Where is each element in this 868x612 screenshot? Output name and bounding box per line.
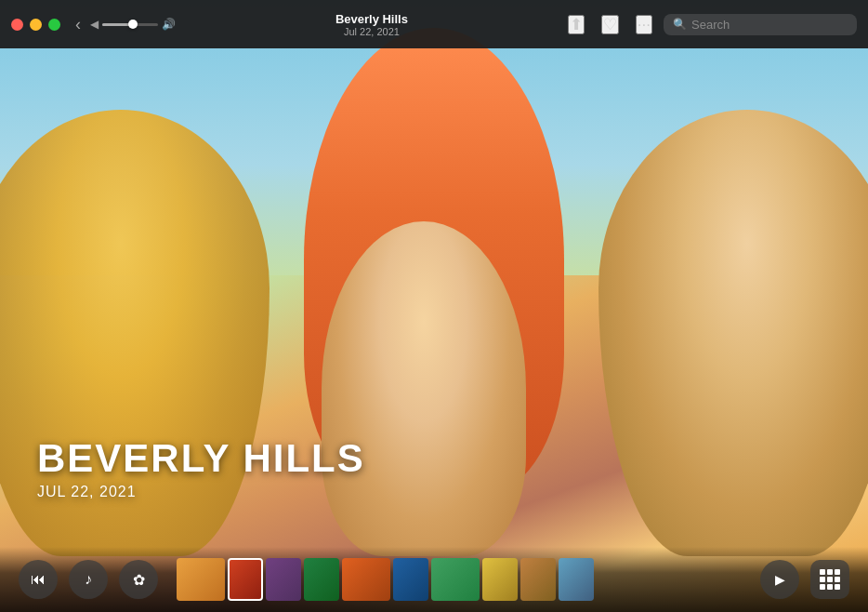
thumbnail-5[interactable] xyxy=(342,558,390,601)
thumbnails-strip xyxy=(177,555,742,604)
controls-bar: ⏮ ♪ ✿ ▶ xyxy=(0,547,868,612)
minimize-button[interactable] xyxy=(30,19,42,31)
thumbnail-3[interactable] xyxy=(266,558,301,601)
theme-icon: ✿ xyxy=(133,571,145,589)
thumbnail-1[interactable] xyxy=(177,558,225,601)
maximize-button[interactable] xyxy=(48,19,60,31)
thumbnail-8[interactable] xyxy=(482,558,518,601)
close-button[interactable] xyxy=(11,19,23,31)
music-button[interactable]: ♪ xyxy=(69,560,108,599)
favorite-button[interactable]: ♡ xyxy=(601,15,619,34)
overlay-date: JUL 22, 2021 xyxy=(37,484,365,500)
more-button[interactable]: ··· xyxy=(636,15,652,34)
window-title: Beverly Hills xyxy=(335,12,408,26)
titlebar-center: Beverly Hills Jul 22, 2021 xyxy=(176,12,568,37)
titlebar: ‹ ◀ 🔊 Beverly Hills Jul 22, 2021 ⬆ ♡ ···… xyxy=(0,0,868,48)
grid-dot xyxy=(835,584,840,590)
grid-dot xyxy=(835,577,840,582)
volume-high-icon: 🔊 xyxy=(162,18,176,31)
search-bar[interactable]: 🔍 xyxy=(664,14,857,35)
play-icon: ▶ xyxy=(775,572,785,587)
volume-thumb xyxy=(128,20,138,29)
thumbnail-10[interactable] xyxy=(559,558,594,601)
thumbnail-6[interactable] xyxy=(393,558,428,601)
rewind-icon: ⏮ xyxy=(31,571,46,588)
grid-view-button[interactable] xyxy=(810,560,849,599)
volume-slider[interactable] xyxy=(102,23,158,26)
grid-icon xyxy=(820,569,840,590)
thumbnail-7[interactable] xyxy=(431,558,480,601)
theme-button[interactable]: ✿ xyxy=(119,560,158,599)
music-note-icon: ♪ xyxy=(85,571,92,588)
grid-dot xyxy=(827,569,833,575)
thumbnail-4[interactable] xyxy=(304,558,339,601)
grid-dot xyxy=(820,569,825,575)
grid-dot xyxy=(820,584,825,590)
search-icon: 🔍 xyxy=(673,18,687,31)
rewind-button[interactable]: ⏮ xyxy=(19,560,58,599)
titlebar-actions: ⬆ ♡ ··· xyxy=(568,15,652,34)
share-button[interactable]: ⬆ xyxy=(568,15,585,34)
window-date: Jul 22, 2021 xyxy=(344,26,400,37)
thumbnail-2[interactable] xyxy=(228,558,263,601)
volume-icon: ◀ xyxy=(90,18,99,31)
person-front xyxy=(322,221,526,556)
grid-dot xyxy=(827,577,833,582)
traffic-lights xyxy=(11,19,60,31)
back-button[interactable]: ‹ xyxy=(75,16,81,33)
play-button[interactable]: ▶ xyxy=(760,560,799,599)
title-overlay: BEVERLY HILLS JUL 22, 2021 xyxy=(37,439,365,500)
grid-dot xyxy=(820,577,825,582)
volume-control: ◀ 🔊 xyxy=(90,18,176,31)
search-input[interactable] xyxy=(691,18,848,32)
main-photo: BEVERLY HILLS JUL 22, 2021 ⏮ ♪ ✿ ▶ xyxy=(0,0,868,612)
grid-dot xyxy=(827,584,833,590)
person-right xyxy=(598,110,868,556)
grid-dot xyxy=(835,569,840,575)
overlay-title: BEVERLY HILLS xyxy=(37,439,365,478)
thumbnail-9[interactable] xyxy=(520,558,556,601)
